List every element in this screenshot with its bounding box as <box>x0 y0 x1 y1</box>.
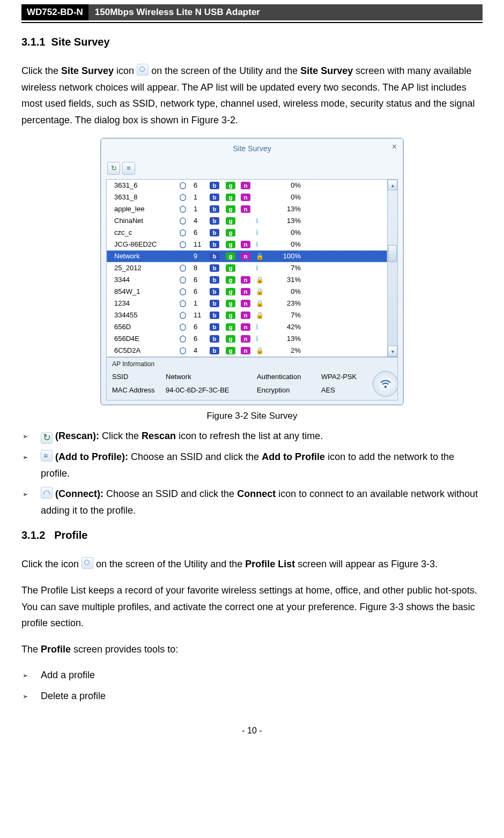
scroll-track[interactable] <box>388 190 397 346</box>
channel-cell: 6 <box>194 227 210 239</box>
signal-cell: 2% <box>268 345 305 357</box>
mode-n-icon: n <box>241 300 250 307</box>
scroll-thumb[interactable] <box>388 245 397 262</box>
ssid-cell: 656D <box>114 321 179 333</box>
mode-b-icon: b <box>210 241 219 248</box>
mode-n-icon: n <box>241 182 250 189</box>
profile-paragraph-1: Click the icon on the screen of the Util… <box>21 556 483 573</box>
security-icon: 🔒 <box>256 309 268 321</box>
table-row[interactable]: 3631_81bgn0% <box>107 191 387 203</box>
network-type-icon <box>179 205 187 213</box>
ssid-cell: JCG-86ED2C <box>114 239 179 250</box>
channel-cell: 6 <box>194 333 210 345</box>
channel-cell: 1 <box>194 298 210 309</box>
signal-cell: 100% <box>268 250 305 262</box>
header-divider <box>21 22 483 23</box>
signal-cell: 13% <box>268 333 305 345</box>
table-row[interactable]: 854W_16bgn🔒0% <box>107 286 387 298</box>
table-row[interactable]: 33445511bgn🔒7% <box>107 309 387 321</box>
enc-label: Encryption <box>257 384 321 396</box>
table-row[interactable]: JCG-86ED2C11bgnℹ0% <box>107 239 387 250</box>
channel-cell: 4 <box>194 345 210 357</box>
connect-button[interactable] <box>373 371 398 397</box>
add-to-profile-button[interactable]: ≡ <box>122 162 135 175</box>
network-type-icon <box>179 299 187 308</box>
security-icon: 🔒 <box>256 345 268 357</box>
bullet-delete-profile: ➢ Delete a profile <box>21 688 483 704</box>
bullet-connect: ➢ (Connect): Choose an SSID and click th… <box>21 486 483 518</box>
mac-label: MAC Address <box>112 384 166 396</box>
mode-b-icon: b <box>210 335 219 343</box>
mode-n-icon: n <box>241 335 250 343</box>
mode-g-icon: g <box>226 347 235 354</box>
mode-g-icon: g <box>226 312 235 319</box>
profile-icon <box>81 557 93 569</box>
site-survey-dialog: Site Survey × ↻ ≡ 3631_66bgn0%3631_81bgn… <box>100 138 404 405</box>
rescan-button[interactable]: ↻ <box>107 162 120 175</box>
table-row[interactable]: 6C5D2A4bgn🔒2% <box>107 345 387 357</box>
table-row[interactable]: 25_20128bgℹ7% <box>107 262 387 274</box>
ssid-cell: 854W_1 <box>114 286 179 298</box>
mode-g-icon: g <box>226 323 235 331</box>
table-row[interactable]: 12341bgn🔒23% <box>107 298 387 309</box>
scrollbar[interactable]: ▴ ▾ <box>387 180 398 357</box>
close-icon[interactable]: × <box>392 143 397 151</box>
security-icon: ℹ <box>256 262 268 274</box>
table-row[interactable]: czc_c6bgℹ0% <box>107 227 387 239</box>
network-type-icon <box>179 311 187 320</box>
ssid-value: Network <box>166 371 257 383</box>
table-row[interactable]: 3631_66bgn0% <box>107 180 387 191</box>
channel-cell: 6 <box>194 286 210 298</box>
figure-caption: Figure 3-2 Site Survey <box>21 409 483 424</box>
mode-n-icon: n <box>241 323 250 331</box>
mode-b-icon: b <box>210 264 219 272</box>
mode-b-icon: b <box>210 217 219 225</box>
channel-cell: 1 <box>194 191 210 203</box>
channel-cell: 6 <box>194 180 210 191</box>
ap-list[interactable]: 3631_66bgn0%3631_81bgn0%apple_lee1bgn13%… <box>107 180 387 357</box>
signal-cell: 23% <box>268 298 305 309</box>
security-icon: 🔒 <box>256 286 268 298</box>
table-row[interactable]: ChinaNet4bgℹ13% <box>107 215 387 227</box>
mode-g-icon: g <box>226 241 235 248</box>
mode-n-icon: n <box>241 194 250 201</box>
mode-b-icon: b <box>210 182 219 189</box>
ssid-cell: 334455 <box>114 309 179 321</box>
mode-g-icon: g <box>226 217 235 225</box>
dialog-title: Site Survey × <box>102 139 402 160</box>
channel-cell: 1 <box>194 203 210 215</box>
bullet-rescan: ➢ ↻ (Rescan): Click the Rescan icon to r… <box>21 428 483 444</box>
table-row[interactable]: 656D4E6bgnℹ13% <box>107 333 387 345</box>
channel-cell: 4 <box>194 215 210 227</box>
scroll-up-button[interactable]: ▴ <box>388 180 397 190</box>
table-row[interactable]: apple_lee1bgn13% <box>107 203 387 215</box>
mode-b-icon: b <box>210 300 219 307</box>
auth-value: WPA2-PSK <box>321 371 369 383</box>
network-type-icon <box>179 240 187 249</box>
signal-cell: 0% <box>268 286 305 298</box>
scroll-down-button[interactable]: ▾ <box>388 346 397 357</box>
network-type-icon <box>179 264 187 272</box>
mode-n-icon: n <box>241 241 250 248</box>
profile-paragraph-3: The Profile screen provides tools to: <box>21 641 483 658</box>
signal-cell: 0% <box>268 191 305 203</box>
channel-cell: 9 <box>194 250 210 262</box>
ssid-cell: 656D4E <box>114 333 179 345</box>
table-row[interactable]: 33446bgn🔒31% <box>107 274 387 286</box>
ssid-cell: czc_c <box>114 227 179 239</box>
table-row[interactable]: 656D6bgnℹ42% <box>107 321 387 333</box>
page-header: WD752-BD-N 150Mbps Wireless Lite N USB A… <box>21 4 483 20</box>
signal-cell: 7% <box>268 309 305 321</box>
signal-cell: 31% <box>268 274 305 286</box>
table-row[interactable]: Network9bgn🔒100% <box>107 250 387 262</box>
network-type-icon <box>179 228 187 237</box>
mode-g-icon: g <box>226 335 235 343</box>
mode-g-icon: g <box>226 194 235 201</box>
mac-value: 94-0C-6D-2F-3C-BE <box>166 384 257 396</box>
signal-cell: 13% <box>268 215 305 227</box>
network-type-icon <box>179 217 187 225</box>
channel-cell: 6 <box>194 274 210 286</box>
mode-g-icon: g <box>226 182 235 189</box>
mode-n-icon: n <box>241 312 250 319</box>
mode-g-icon: g <box>226 288 235 295</box>
